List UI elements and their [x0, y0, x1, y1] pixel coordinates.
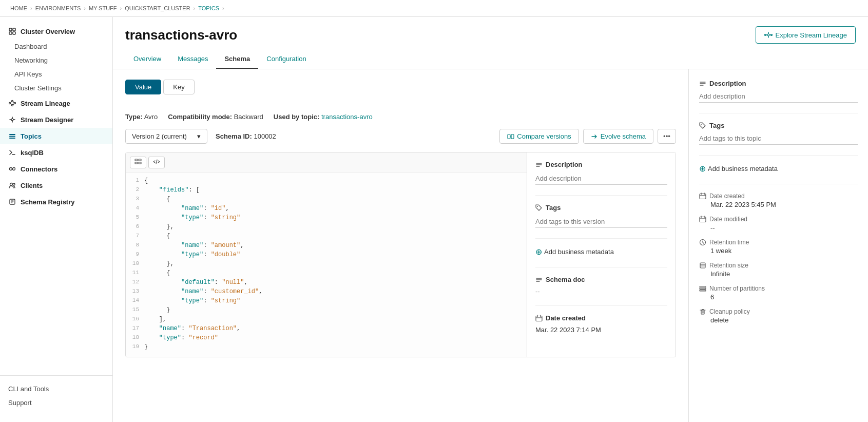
grid-icon	[8, 27, 16, 35]
version-select[interactable]: Version 2 (current) ▾	[125, 129, 207, 144]
sidebar-item-clients[interactable]: Clients	[0, 177, 112, 194]
svg-rect-32	[135, 159, 138, 161]
rs-description-input[interactable]	[699, 90, 858, 103]
main-header: transactions-avro Explore Stream Lineage	[113, 17, 868, 44]
sidebar-label-cluster-overview: Cluster Overview	[21, 28, 75, 35]
sidebar: Cluster Overview Dashboard Networking AP…	[0, 17, 113, 422]
evolve-schema-button[interactable]: Evolve schema	[583, 129, 653, 144]
rs-plus-icon: ⊕	[699, 164, 706, 174]
compare-icon	[507, 133, 514, 140]
tab-schema[interactable]: Schema	[216, 50, 258, 69]
code-line: 19}	[126, 343, 527, 353]
rs-cleanup-policy-value: delete	[699, 316, 858, 324]
sidebar-item-stream-lineage[interactable]: Stream Lineage	[0, 95, 112, 111]
rs-add-metadata-link[interactable]: ⊕ Add business metadata	[699, 164, 858, 174]
rpanel-description-input[interactable]	[535, 172, 667, 185]
sidebar-label-topics: Topics	[21, 132, 42, 140]
rpanel-description-label: Description	[535, 161, 667, 168]
sidebar-label-ksqldb: ksqlDB	[21, 149, 44, 157]
svg-line-11	[13, 104, 14, 105]
rs-retention-size-label: Retention size	[699, 262, 858, 269]
rs-description-icon	[699, 80, 706, 87]
svg-point-7	[14, 103, 16, 104]
svg-rect-43	[536, 316, 542, 321]
lineage-icon	[8, 99, 16, 107]
code-line-content: },	[144, 260, 174, 270]
rs-description-text: Description	[709, 80, 746, 87]
version-row: Version 2 (current) ▾ Schema ID: 100002 …	[125, 129, 676, 144]
tab-configuration[interactable]: Configuration	[258, 50, 314, 69]
svg-point-12	[11, 119, 13, 121]
code-line-content: "fields": [	[144, 186, 200, 196]
rs-cleanup-policy-label: Cleanup policy	[699, 308, 858, 315]
rs-cleanup-icon	[699, 308, 706, 315]
designer-icon	[8, 116, 16, 124]
sidebar-cli-tools[interactable]: CLI and Tools	[0, 382, 112, 396]
code-line: 8 "name": "amount",	[126, 242, 527, 251]
explore-stream-lineage-button[interactable]: Explore Stream Lineage	[756, 26, 856, 44]
tab-messages[interactable]: Messages	[169, 50, 216, 69]
rs-description-label: Description	[699, 80, 858, 87]
sidebar-sub-dashboard[interactable]: Dashboard	[0, 40, 112, 53]
code-line-content: "type": "string"	[144, 297, 240, 306]
toolbar-structured-btn[interactable]	[130, 157, 146, 168]
toggle-row: Value Key	[125, 80, 676, 94]
rs-tags-input[interactable]	[699, 132, 858, 145]
toggle-key-button[interactable]: Key	[163, 80, 194, 94]
svg-rect-13	[9, 134, 15, 135]
svg-point-27	[767, 34, 769, 36]
page-title: transactions-avro	[125, 27, 237, 43]
calendar-icon	[535, 315, 543, 322]
toggle-value-button[interactable]: Value	[125, 80, 161, 94]
toolbar-code-btn[interactable]	[148, 157, 165, 168]
breadcrumb-home[interactable]: HOME	[10, 5, 27, 11]
sidebar-item-ksqldb[interactable]: ksqlDB	[0, 144, 112, 161]
explore-btn-label: Explore Stream Lineage	[776, 31, 847, 39]
schema-type-label: Type: Avro	[125, 113, 158, 121]
code-line: 18 "type": "record"	[126, 334, 527, 343]
rpanel-add-metadata-link[interactable]: ⊕ Add business metadata	[535, 247, 667, 257]
breadcrumb-mystuff[interactable]: MY-STUFF	[89, 5, 117, 11]
sidebar-sub-networking[interactable]: Networking	[0, 53, 112, 67]
rs-partitions-text: Number of partitions	[709, 285, 765, 292]
breadcrumb: HOME › ENVIRONMENTS › MY-STUFF › QUICKST…	[0, 0, 868, 17]
rpanel-date-label: Date created	[535, 314, 667, 322]
right-sidebar: Description Tags ⊕	[688, 69, 868, 422]
schema-meta-row: Type: Avro Compatibility mode: Backward …	[125, 113, 676, 121]
svg-point-17	[10, 168, 12, 170]
tags-icon	[535, 204, 543, 212]
sidebar-support[interactable]: Support	[0, 396, 112, 410]
schema-content: Value Key Type: Avro Compatibility mode:…	[113, 69, 688, 422]
svg-rect-30	[511, 135, 514, 139]
editor-panel: 1{2 "fields": [3 {4 "name": "id",5 "type…	[125, 152, 676, 357]
sidebar-item-cluster-overview[interactable]: Cluster Overview	[0, 23, 112, 40]
rpanel-schema-doc-text: Schema doc	[546, 276, 585, 283]
sidebar-item-stream-designer[interactable]: Stream Designer	[0, 111, 112, 128]
sidebar-item-topics[interactable]: Topics	[0, 128, 112, 144]
sidebar-item-schema-registry[interactable]: Schema Registry	[0, 194, 112, 210]
svg-rect-65	[700, 290, 706, 291]
sidebar-sub-api-keys[interactable]: API Keys	[0, 67, 112, 81]
tab-overview[interactable]: Overview	[125, 50, 169, 69]
breadcrumb-environments[interactable]: ENVIRONMENTS	[35, 5, 81, 11]
sidebar-label-connectors: Connectors	[21, 165, 57, 173]
code-line-content: "name": "Transaction",	[144, 325, 240, 334]
code-line: 1{	[126, 177, 527, 186]
breadcrumb-sep-3: ›	[120, 5, 122, 11]
breadcrumb-cluster[interactable]: QUICKSTART_CLUSTER	[125, 5, 190, 11]
rpanel-tags-section: Tags	[535, 204, 667, 228]
code-line-content: {	[144, 270, 170, 279]
version-select-label: Version 2 (current)	[132, 132, 187, 140]
rpanel-tags-input[interactable]	[535, 216, 667, 228]
compare-versions-button[interactable]: Compare versions	[499, 129, 579, 144]
breadcrumb-sep-5: ›	[222, 5, 224, 11]
sidebar-label-stream-designer: Stream Designer	[21, 116, 73, 124]
rs-date-created-value: Mar. 22 2023 5:45 PM	[699, 201, 858, 208]
more-actions-button[interactable]: •••	[658, 129, 676, 144]
schema-used-by-link[interactable]: transactions-avro	[321, 113, 373, 121]
chevron-down-icon: ▾	[197, 132, 201, 140]
sidebar-item-connectors[interactable]: Connectors	[0, 161, 112, 177]
rs-retention-size-value: Infinite	[699, 270, 858, 278]
rpanel-description-text: Description	[546, 161, 583, 168]
sidebar-sub-cluster-settings[interactable]: Cluster Settings	[0, 81, 112, 95]
